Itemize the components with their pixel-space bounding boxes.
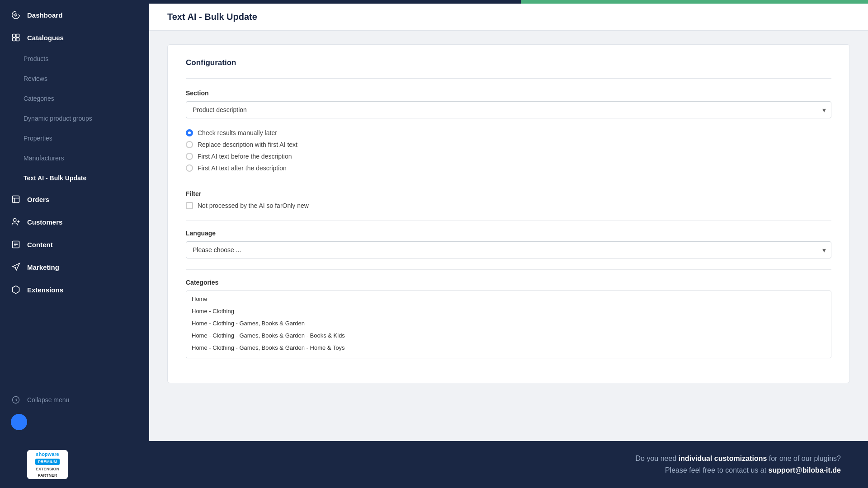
section-field: Section Product description Product name… [186, 89, 831, 118]
partner-label: PARTNER [38, 473, 57, 478]
radio-check-manually[interactable]: Check results manually later [186, 129, 831, 136]
sidebar-item-dashboard[interactable]: Dashboard [0, 4, 149, 26]
sidebar-item-catalogues[interactable]: Catalogues [0, 26, 149, 49]
section-select[interactable]: Product description Product name Meta ti… [186, 101, 831, 118]
svg-rect-5 [13, 196, 19, 203]
section-select-wrapper: Product description Product name Meta ti… [186, 101, 831, 118]
sidebar-bottom: Collapse menu [0, 389, 149, 441]
top-bar [0, 0, 868, 4]
categories-label: Categories [186, 279, 831, 286]
radio-first-ai-after[interactable]: First AI text after the description [186, 164, 831, 172]
shopware-badge: shopware PREMIUM EXTENSION PARTNER [27, 450, 68, 479]
category-item-0[interactable]: Home [186, 293, 831, 305]
footer-line-1: Do you need individual customizations fo… [636, 453, 841, 465]
language-select[interactable]: Please choose ... English German French [186, 241, 831, 258]
radio-circle-empty-3 [186, 164, 193, 172]
svg-point-0 [15, 14, 17, 16]
sidebar-item-marketing[interactable]: Marketing [0, 256, 149, 278]
catalogues-icon [11, 33, 21, 42]
content-area: Text AI - Bulk Update Configuration Sect… [149, 4, 868, 441]
filter-label: Filter [186, 190, 831, 197]
language-select-wrapper: Please choose ... English German French … [186, 241, 831, 258]
sidebar-item-dynamic-product-groups[interactable]: Dynamic product groups [0, 108, 149, 128]
page-title: Text AI - Bulk Update [167, 12, 257, 22]
content-icon [11, 239, 21, 249]
sidebar-item-content[interactable]: Content [0, 233, 149, 256]
premium-label: PREMIUM [35, 459, 60, 465]
svg-rect-3 [13, 38, 16, 41]
collapse-menu-button[interactable]: Collapse menu [0, 389, 149, 410]
sidebar-item-extensions[interactable]: Extensions [0, 278, 149, 301]
category-item-2[interactable]: Home - Clothing - Games, Books & Garden [186, 317, 831, 329]
config-divider [186, 78, 831, 79]
sidebar: Dashboard Catalogues Products Reviews Ca… [0, 4, 149, 441]
category-item-1[interactable]: Home - Clothing [186, 305, 831, 317]
language-divider [186, 220, 831, 221]
filter-field: Filter Not processed by the AI so farOnl… [186, 190, 831, 209]
footer: shopware PREMIUM EXTENSION PARTNER Do yo… [0, 441, 868, 488]
extensions-icon [11, 285, 21, 295]
categories-listbox[interactable]: Home Home - Clothing Home - Clothing - G… [186, 291, 831, 358]
sidebar-item-properties[interactable]: Properties [0, 128, 149, 148]
filter-divider [186, 181, 831, 181]
svg-rect-2 [16, 34, 19, 38]
sidebar-item-customers[interactable]: Customers [0, 211, 149, 233]
footer-email: support@biloba-it.de [769, 466, 841, 474]
footer-bold-1: individual customizations [679, 455, 767, 462]
dashboard-icon [11, 10, 21, 20]
radio-first-ai-before[interactable]: First AI text before the description [186, 153, 831, 160]
sidebar-item-reviews[interactable]: Reviews [0, 69, 149, 89]
footer-logo: shopware PREMIUM EXTENSION PARTNER [27, 450, 68, 479]
categories-divider [186, 269, 831, 270]
sidebar-item-orders[interactable]: Orders [0, 188, 149, 211]
category-item-3[interactable]: Home - Clothing - Games, Books & Garden … [186, 329, 831, 342]
radio-circle-empty-2 [186, 153, 193, 160]
sidebar-item-manufacturers[interactable]: Manufacturers [0, 148, 149, 168]
radio-group: Check results manually later Replace des… [186, 129, 831, 172]
collapse-icon [11, 395, 21, 405]
extension-label: EXTENSION [36, 467, 59, 471]
language-field: Language Please choose ... English Germa… [186, 230, 831, 258]
svg-rect-1 [13, 34, 16, 38]
radio-circle-checked [186, 129, 193, 136]
categories-field: Categories Home Home - Clothing Home - C… [186, 279, 831, 358]
sidebar-item-categories[interactable]: Categories [0, 89, 149, 108]
config-card: Configuration Section Product descriptio… [167, 44, 850, 383]
svg-rect-4 [16, 38, 19, 41]
user-avatar[interactable] [11, 414, 27, 430]
language-label: Language [186, 230, 831, 237]
category-item-4[interactable]: Home - Clothing - Games, Books & Garden … [186, 342, 831, 354]
footer-line-2: Please feel free to contact us at suppor… [636, 465, 841, 476]
filter-checkbox[interactable]: Not processed by the AI so farOnly new [186, 202, 831, 209]
radio-replace-description[interactable]: Replace description with first AI text [186, 141, 831, 148]
filter-checkbox-box [186, 202, 193, 209]
config-title: Configuration [186, 58, 831, 67]
footer-text: Do you need individual customizations fo… [636, 453, 841, 476]
page-header: Text AI - Bulk Update [149, 4, 868, 31]
customers-icon [11, 217, 21, 227]
sidebar-item-products[interactable]: Products [0, 49, 149, 69]
orders-icon [11, 194, 21, 204]
section-label: Section [186, 89, 831, 97]
page-body: Configuration Section Product descriptio… [149, 31, 868, 441]
radio-circle-empty-1 [186, 141, 193, 148]
marketing-icon [11, 262, 21, 272]
shopware-logo-text: shopware [36, 451, 59, 457]
svg-point-6 [13, 219, 16, 222]
category-item-5[interactable]: Home - Clothing - Kids [186, 354, 831, 358]
sidebar-item-text-ai-bulk-update[interactable]: Text AI - Bulk Update [0, 168, 149, 188]
